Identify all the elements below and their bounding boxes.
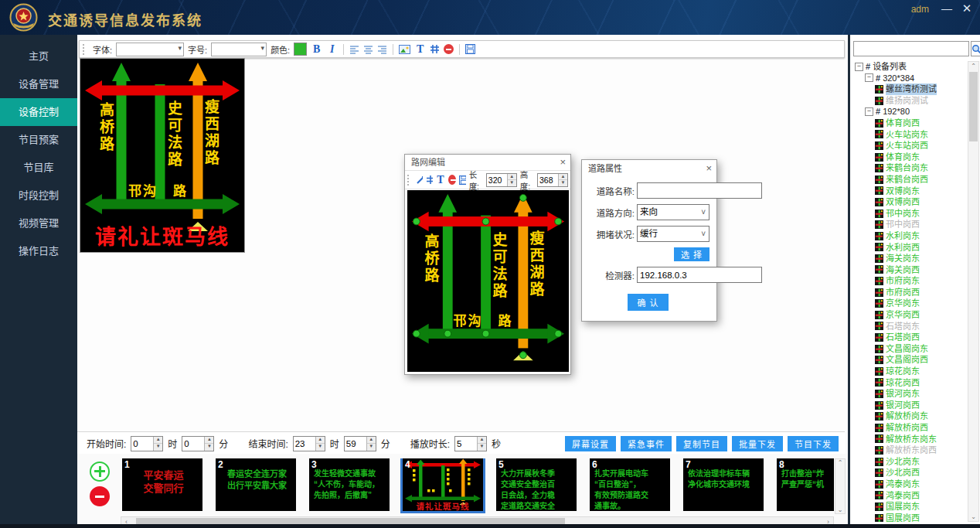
end-hour-input[interactable]	[294, 437, 315, 451]
sidebar-item[interactable]: 设备管理	[0, 70, 77, 98]
remove-program-button[interactable]	[90, 486, 110, 506]
sidebar-item[interactable]: 视频管理	[0, 209, 77, 237]
tree-leaf[interactable]: 解放桥东岗东	[852, 434, 968, 445]
save-icon[interactable]	[465, 44, 475, 54]
start-minute-input[interactable]	[182, 437, 204, 451]
tree-leaf[interactable]: 市府岗西	[852, 287, 968, 298]
tree-leaf[interactable]: 解放桥岗西	[852, 422, 968, 434]
start-minute-stepper[interactable]: ▲▼	[182, 436, 214, 451]
confirm-button[interactable]: 确 认	[628, 294, 668, 311]
tree-root[interactable]: −#设备列表	[852, 61, 968, 73]
tree-leaf[interactable]: 来鹤台岗西	[852, 174, 968, 186]
tree-leaf[interactable]: 文昌阁岗东	[852, 343, 968, 355]
italic-icon[interactable]: I	[326, 43, 338, 56]
congestion-select[interactable]: 缓行	[637, 226, 709, 242]
collapse-icon[interactable]: −	[865, 73, 873, 82]
program-thumbnail[interactable]: 7依法治理非标车辆净化城市交通环境	[683, 458, 764, 511]
tree-leaf[interactable]: 鸿泰岗东	[852, 479, 968, 490]
tree-leaf[interactable]: 双博岗西	[852, 196, 968, 208]
tree-leaf[interactable]: 海关岗东	[852, 253, 968, 264]
tree-leaf[interactable]: 沙北岗西	[852, 467, 968, 479]
tree-leaf[interactable]: 火车站岗东	[852, 129, 968, 141]
minimize-button[interactable]: —	[940, 2, 954, 15]
sidebar-item[interactable]: 操作日志	[0, 237, 77, 265]
tree-leaf[interactable]: 解放桥岗东	[852, 410, 968, 422]
device-search-input[interactable]	[853, 41, 969, 56]
editor-canvas[interactable]: 高桥路 史可法路 瘦西湖路 邗沟 路	[407, 190, 569, 372]
size-select[interactable]	[211, 43, 267, 56]
search-button[interactable]	[971, 41, 980, 56]
end-hour-stepper[interactable]: ▲▼	[293, 436, 325, 451]
font-select[interactable]	[116, 43, 184, 56]
start-hour-input[interactable]	[131, 437, 153, 451]
add-program-button[interactable]	[90, 462, 110, 482]
tree-leaf[interactable]: 银河岗东	[852, 388, 968, 400]
sidebar-item[interactable]: 时段控制	[0, 182, 77, 209]
program-thumbnail[interactable]: 1平安春运交警同行	[122, 458, 202, 511]
action-button[interactable]: 紧急事件	[621, 436, 672, 451]
junction-icon[interactable]	[426, 175, 433, 185]
end-minute-input[interactable]	[345, 437, 366, 451]
height-input[interactable]	[538, 174, 558, 186]
close-icon[interactable]: ×	[706, 160, 712, 177]
tree-leaf[interactable]: 螺丝湾桥测试	[852, 83, 968, 95]
columns-icon[interactable]	[430, 44, 440, 54]
tree-leaf[interactable]: 来鹤台岗东	[852, 162, 968, 174]
close-button[interactable]: ✕	[960, 2, 974, 15]
direction-select[interactable]: 来向	[637, 204, 709, 220]
save-icon[interactable]	[459, 175, 466, 185]
scrollbar-thumb[interactable]	[969, 72, 978, 141]
sidebar-item[interactable]: 节目库	[0, 154, 77, 182]
program-thumbnail[interactable]: 3发生轻微交通事故“人不伤，车能动，先拍照，后撤离”	[309, 458, 390, 511]
length-stepper[interactable]: ▲▼	[486, 173, 517, 187]
collapse-icon[interactable]: −	[855, 63, 863, 71]
tree-leaf[interactable]: 银河岗西	[852, 400, 968, 411]
tree-leaf[interactable]: 琼花岗西	[852, 377, 968, 389]
color-swatch[interactable]	[294, 43, 307, 56]
tree-group[interactable]: −#320*384	[852, 73, 968, 84]
action-button[interactable]: 屏幕设置	[565, 436, 616, 451]
tree-leaf[interactable]: 体育岗西	[852, 118, 968, 129]
program-preview-canvas[interactable]: 高桥路 史可法路 瘦西湖路 邗沟 路 请礼让斑马线	[80, 58, 245, 253]
tree-leaf[interactable]: 维扬岗测试	[852, 95, 968, 107]
duration-stepper[interactable]: ▲▼	[454, 436, 487, 451]
height-stepper[interactable]: ▲▼	[537, 173, 568, 187]
tree-scrollbar[interactable]: ⌃⌄	[968, 61, 979, 522]
program-thumbnail[interactable]: 6扎实开展电动车“百日整治”，有效预防道路交通事故。	[590, 458, 670, 511]
tree-leaf[interactable]: 体育岗东	[852, 152, 968, 163]
tree-leaf[interactable]: 京华岗东	[852, 298, 968, 309]
draw-road-icon[interactable]	[416, 175, 423, 185]
text-tool-icon[interactable]: T	[436, 174, 444, 186]
tree-leaf[interactable]: 邗中岗东	[852, 208, 968, 220]
tree-leaf[interactable]: 石塔岗西	[852, 332, 968, 343]
tree-leaf[interactable]: 水利岗西	[852, 242, 968, 254]
length-input[interactable]	[487, 174, 507, 186]
bold-icon[interactable]: B	[311, 43, 322, 56]
road-name-input[interactable]	[637, 182, 762, 199]
end-minute-stepper[interactable]: ▲▼	[344, 436, 376, 451]
action-button[interactable]: 复制节目	[676, 436, 727, 451]
program-thumbnail[interactable]: 5大力开展秋冬季交通安全整治百日会战，全力稳定道路交通安全形势！	[496, 458, 577, 511]
tree-leaf[interactable]: 国展岗东	[852, 501, 968, 513]
collapse-icon[interactable]: −	[865, 107, 873, 116]
program-thumbnail[interactable]: 4 请礼让斑马线	[403, 458, 483, 511]
program-thumbnail[interactable]: 8打击整治“炸严查严惩“机	[777, 458, 834, 511]
align-left-icon[interactable]	[349, 45, 359, 54]
tree-group[interactable]: −#192*80	[852, 106, 968, 118]
tree-leaf[interactable]: 文昌阁岗西	[852, 354, 968, 366]
program-thumbnail[interactable]: 2春运安全连万家出行平安靠大家	[216, 458, 296, 511]
image-icon[interactable]	[399, 45, 410, 54]
action-button[interactable]: 节目下发	[788, 436, 839, 451]
delete-icon[interactable]	[444, 44, 454, 54]
duration-input[interactable]	[455, 437, 477, 451]
align-center-icon[interactable]	[363, 45, 373, 54]
detector-input[interactable]	[637, 267, 762, 283]
tree-leaf[interactable]: 京华岗西	[852, 309, 968, 321]
select-button[interactable]: 选 择	[674, 247, 709, 261]
tree-leaf[interactable]: 石塔岗东	[852, 321, 968, 332]
start-hour-stepper[interactable]: ▲▼	[131, 436, 163, 451]
tree-leaf[interactable]: 邗中岗西	[852, 219, 968, 230]
tree-leaf[interactable]: 双博岗东	[852, 186, 968, 197]
tree-leaf[interactable]: 海关岗西	[852, 264, 968, 276]
align-right-icon[interactable]	[377, 45, 387, 54]
